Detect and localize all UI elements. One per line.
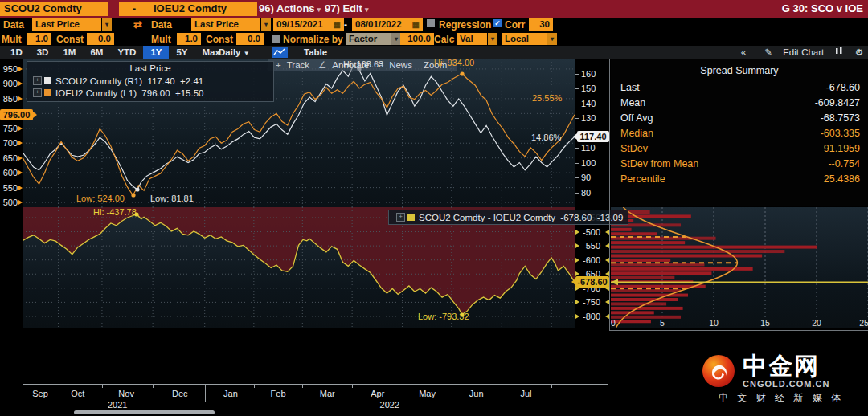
year-label-2022: 2022: [380, 400, 399, 410]
price-chart-plot[interactable]: Hi: 934.00Hi: 168.63Low: 524.00Low: 81.8…: [23, 59, 575, 207]
time-axis-tick: [153, 385, 154, 388]
mult2-field[interactable]: 1.0: [177, 33, 201, 45]
actions-menu[interactable]: 96) Actions▾: [259, 0, 321, 18]
chevron-down-icon[interactable]: ▾: [261, 18, 271, 31]
actions-label: 96) Actions: [259, 2, 315, 14]
const2-label: Const: [206, 33, 233, 46]
security1-field[interactable]: SCOU2 Comdty: [0, 2, 108, 16]
calendar-icon[interactable]: ▦: [334, 18, 341, 31]
tab-ytd[interactable]: YTD: [110, 46, 143, 59]
corr-checkbox[interactable]: ✓: [493, 19, 502, 27]
data1-select[interactable]: Last Price▾: [32, 18, 101, 31]
factor-select[interactable]: Factor▾: [346, 33, 391, 45]
spread-axis-tick-label: -550: [583, 240, 600, 251]
watermark-domain: CNGOLD.COM.CN: [743, 379, 829, 389]
const2-value: 0.0: [248, 34, 260, 43]
tab-5y[interactable]: 5Y: [169, 46, 194, 59]
table-button[interactable]: Table: [304, 46, 327, 59]
summary-row[interactable]: Last-678.60: [620, 80, 860, 96]
edit-chart-label: Edit Chart: [783, 47, 824, 57]
month-label-apr: Apr: [371, 389, 384, 398]
toolbar-track[interactable]: Track: [287, 59, 309, 71]
axis-tick-icon: [575, 177, 579, 178]
tab-3d[interactable]: 3D: [30, 46, 56, 59]
toolbar-news[interactable]: News: [389, 59, 412, 71]
edit-menu[interactable]: 97) Edit▾: [325, 0, 369, 18]
gear-icon[interactable]: ⚙: [855, 47, 863, 57]
summary-row[interactable]: StDev from Mean--0.754: [620, 157, 860, 172]
horizontal-scrollbar[interactable]: [74, 410, 215, 414]
legend-row[interactable]: +SCOU2 Comdty (R1) 117.40 +2.41: [31, 75, 270, 87]
calc-select[interactable]: Val▾: [457, 33, 487, 45]
summary-value: --0.754: [828, 157, 860, 172]
pencil-icon: ✎: [764, 47, 772, 57]
tab-6m[interactable]: 6M: [83, 46, 110, 59]
spread-histogram-panel[interactable]: [611, 207, 868, 328]
time-axis-tick: [254, 385, 255, 388]
factor-amount-field[interactable]: 100.0: [400, 33, 434, 45]
time-axis-tick: [502, 385, 502, 388]
vertical-divider[interactable]: [609, 59, 610, 331]
chevron-down-icon[interactable]: ▾: [488, 33, 497, 45]
edit-chart-button[interactable]: ✎ Edit Chart: [756, 47, 824, 57]
summary-label: Last: [620, 82, 640, 93]
watermark: 中金网 CNGOLD.COM.CN 中 文 财 经 新 媒 体: [701, 353, 862, 414]
expander-icon[interactable]: +: [33, 76, 42, 85]
legend-title: Last Price: [31, 63, 270, 75]
track-icon: +: [276, 59, 281, 71]
date-separator: -: [344, 18, 347, 31]
mult1-field[interactable]: 1.0: [27, 33, 51, 45]
const2-field[interactable]: 0.0: [236, 33, 264, 45]
date-from-field[interactable]: 09/15/2021▦: [273, 18, 344, 31]
data2-select[interactable]: Last Price▾: [191, 18, 260, 31]
tab-1m[interactable]: 1M: [55, 46, 83, 59]
expander-icon[interactable]: +: [396, 213, 405, 222]
tab-1y[interactable]: 1Y: [143, 46, 169, 59]
time-axis-tick: [102, 385, 103, 388]
chart-annotation: Hi: 168.63: [343, 59, 383, 69]
summary-row[interactable]: Percentile25.4386: [620, 172, 860, 187]
spread-legend[interactable]: +SCOU2 Comdty - IOEU2 Comdty -678.60 -13…: [388, 210, 628, 225]
month-label-may: May: [419, 389, 436, 398]
year-label-2021: 2021: [108, 400, 127, 410]
const1-value: 0.0: [98, 34, 111, 43]
summary-row[interactable]: Off Avg-68.7573: [620, 111, 860, 126]
const1-field[interactable]: 0.0: [87, 33, 114, 45]
candlestick-icon[interactable]: [834, 47, 844, 57]
summary-value: 25.4386: [824, 172, 860, 187]
summary-row[interactable]: Mean-609.8427: [620, 96, 860, 111]
chart-type-button[interactable]: [272, 47, 288, 58]
right-axis-tick-label: 80: [581, 187, 591, 198]
security2-field[interactable]: IOEU2 Comdty: [149, 2, 257, 16]
expander-icon[interactable]: +: [33, 88, 42, 97]
horizontal-divider: [0, 206, 868, 206]
date-to-field[interactable]: 08/01/2022▦: [352, 18, 423, 31]
summary-value: -68.7573: [821, 111, 860, 126]
tab-1d[interactable]: 1D: [3, 46, 30, 59]
collapse-panel-button[interactable]: «: [741, 47, 746, 57]
spread-chart-plot[interactable]: Hi: -437.78Low: -793.32+SCOU2 Comdty - I…: [23, 207, 575, 328]
series-name: IOEU2 Comdty: [55, 88, 117, 98]
chevron-down-icon[interactable]: ▾: [547, 33, 557, 45]
corr-window-field[interactable]: 30: [529, 18, 553, 31]
data1-label: Data: [3, 18, 24, 31]
chart-annotation: 14.86%: [531, 133, 561, 142]
axis-tick-icon: [575, 193, 579, 194]
chevron-down-icon: ▾: [365, 6, 369, 14]
summary-row[interactable]: Median-603.335: [620, 126, 860, 141]
normalize-checkbox[interactable]: [272, 35, 280, 43]
left-axis-tick-label: 750: [3, 123, 18, 134]
legend-row[interactable]: +IOEU2 Comdty (L1) 796.00 +15.50: [31, 87, 270, 99]
currency-select[interactable]: Local▾: [502, 33, 547, 45]
chevron-down-icon[interactable]: ▾: [102, 18, 112, 31]
series-last: 796.00: [137, 88, 170, 98]
summary-row[interactable]: StDev91.1959: [620, 141, 860, 157]
annotate-icon: ∠: [318, 59, 326, 71]
regression-checkbox[interactable]: [427, 19, 435, 27]
swap-securities-icon[interactable]: ⇄: [133, 18, 142, 31]
corr-label: Corr: [505, 18, 525, 31]
price-legend[interactable]: Last Price+SCOU2 Comdty (R1) 117.40 +2.4…: [27, 61, 274, 102]
time-axis-tick: [302, 385, 303, 388]
calendar-icon[interactable]: ▦: [412, 18, 420, 31]
histogram-axis-label: 15: [760, 318, 770, 328]
